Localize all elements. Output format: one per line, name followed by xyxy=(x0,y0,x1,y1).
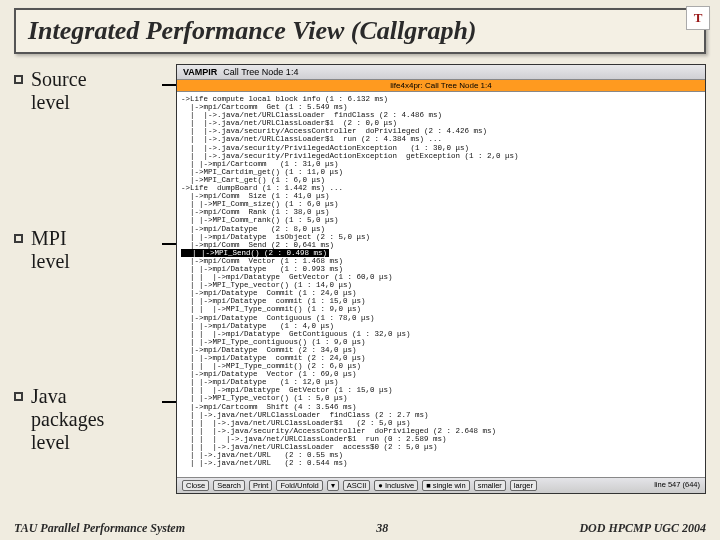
panel-statusbar: CloseSearchPrintFold/Unfold▾ASCII● Inclu… xyxy=(177,477,705,493)
bullet-label: Source level xyxy=(31,68,87,114)
status-button[interactable]: Search xyxy=(213,480,245,491)
window-titlebar: VAMPIR Call Tree Node 1:4 xyxy=(177,65,705,80)
bullet-icon xyxy=(14,234,23,243)
bullet-mpi-level: MPI level xyxy=(14,227,166,273)
corner-badge: T xyxy=(686,6,710,30)
footer-left: TAU Parallel Performance System xyxy=(14,521,185,536)
window-app-label: VAMPIR xyxy=(183,67,217,77)
status-button[interactable]: Print xyxy=(249,480,272,491)
bullet-java-level: Java packages level xyxy=(14,385,166,454)
footer-page: 38 xyxy=(376,521,388,536)
bullet-icon xyxy=(14,75,23,84)
slide-title: Integrated Performance View (Callgraph) xyxy=(28,16,692,46)
status-button[interactable]: ● Inclusive xyxy=(374,480,418,491)
title-box: Integrated Performance View (Callgraph) xyxy=(14,8,706,54)
status-button[interactable]: ■ single win xyxy=(422,480,470,491)
status-button[interactable]: ▾ xyxy=(327,480,339,491)
bullet-label: MPI level xyxy=(31,227,70,273)
bullet-label: Java packages level xyxy=(31,385,104,454)
status-button[interactable]: larger xyxy=(510,480,537,491)
vampir-panel: VAMPIR Call Tree Node 1:4 life4x4pr: Cal… xyxy=(176,64,706,494)
bullet-source-level: Source level xyxy=(14,68,166,114)
slide-footer: TAU Parallel Performance System 38 DOD H… xyxy=(14,521,706,536)
status-button[interactable]: Fold/Unfold xyxy=(276,480,322,491)
status-line: line 547 (644) xyxy=(654,480,700,491)
window-subtitle: Call Tree Node 1:4 xyxy=(223,67,298,77)
panel-subtitle: life4x4pr: Call Tree Node 1:4 xyxy=(177,80,705,92)
calltree-view[interactable]: ->Life compute local block info (1 : 6.1… xyxy=(177,92,705,477)
bullets-column: Source level MPI level Java packages lev… xyxy=(14,64,166,494)
status-button[interactable]: ASCII xyxy=(343,480,371,491)
footer-right: DOD HPCMP UGC 2004 xyxy=(579,521,706,536)
status-button[interactable]: smaller xyxy=(474,480,506,491)
status-button[interactable]: Close xyxy=(182,480,209,491)
bullet-icon xyxy=(14,392,23,401)
